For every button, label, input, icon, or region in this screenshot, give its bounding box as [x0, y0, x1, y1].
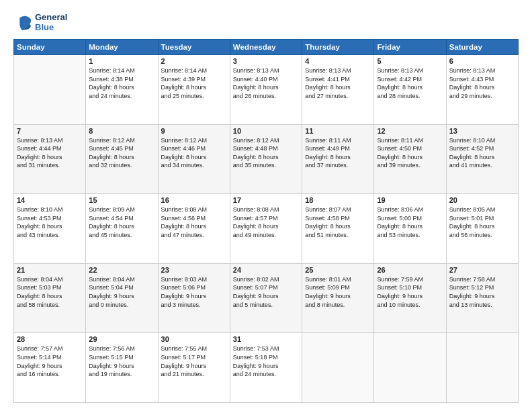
day-number: 11 [305, 127, 371, 135]
calendar-cell: 2Sunrise: 8:14 AM Sunset: 4:39 PM Daylig… [158, 55, 230, 125]
cell-info: Sunrise: 8:12 AM Sunset: 4:46 PM Dayligh… [161, 136, 227, 170]
day-number: 30 [161, 335, 227, 343]
cell-info: Sunrise: 7:58 AM Sunset: 5:12 PM Dayligh… [449, 275, 515, 309]
cell-info: Sunrise: 8:14 AM Sunset: 4:39 PM Dayligh… [161, 66, 227, 100]
day-number: 20 [449, 196, 515, 204]
logo-text: General Blue [35, 12, 67, 32]
day-number: 19 [377, 196, 443, 204]
day-number: 23 [161, 266, 227, 274]
calendar-cell: 12Sunrise: 8:11 AM Sunset: 4:50 PM Dayli… [374, 124, 446, 194]
calendar-cell: 1Sunrise: 8:14 AM Sunset: 4:38 PM Daylig… [86, 55, 158, 125]
cell-info: Sunrise: 8:02 AM Sunset: 5:07 PM Dayligh… [233, 275, 299, 309]
cell-info: Sunrise: 8:13 AM Sunset: 4:43 PM Dayligh… [449, 66, 515, 100]
weekday-header-tuesday: Tuesday [158, 40, 230, 55]
weekday-header-monday: Monday [86, 40, 158, 55]
day-number: 7 [17, 127, 83, 135]
day-number: 26 [377, 266, 443, 274]
cell-info: Sunrise: 8:10 AM Sunset: 4:53 PM Dayligh… [17, 205, 83, 239]
day-number: 18 [305, 196, 371, 204]
week-row-2: 7Sunrise: 8:13 AM Sunset: 4:44 PM Daylig… [14, 124, 519, 194]
day-number: 4 [305, 57, 371, 65]
cell-info: Sunrise: 8:04 AM Sunset: 5:04 PM Dayligh… [89, 275, 154, 309]
calendar-cell: 27Sunrise: 7:58 AM Sunset: 5:12 PM Dayli… [446, 263, 518, 333]
day-number: 24 [233, 266, 299, 274]
cell-info: Sunrise: 8:08 AM Sunset: 4:57 PM Dayligh… [233, 205, 299, 239]
day-number: 22 [89, 266, 154, 274]
day-number: 10 [233, 127, 299, 135]
day-number: 1 [89, 57, 154, 65]
logo-icon [13, 13, 32, 32]
cell-info: Sunrise: 7:55 AM Sunset: 5:17 PM Dayligh… [161, 345, 227, 378]
calendar-cell [446, 333, 518, 403]
page-header: General Blue [13, 12, 519, 32]
calendar-cell: 18Sunrise: 8:07 AM Sunset: 4:58 PM Dayli… [302, 194, 374, 264]
calendar-cell: 21Sunrise: 8:04 AM Sunset: 5:03 PM Dayli… [14, 263, 86, 333]
week-row-3: 14Sunrise: 8:10 AM Sunset: 4:53 PM Dayli… [14, 194, 519, 264]
cell-info: Sunrise: 8:03 AM Sunset: 5:06 PM Dayligh… [161, 275, 227, 309]
calendar-cell: 14Sunrise: 8:10 AM Sunset: 4:53 PM Dayli… [14, 194, 86, 264]
calendar-cell: 13Sunrise: 8:10 AM Sunset: 4:52 PM Dayli… [446, 124, 518, 194]
day-number: 28 [17, 335, 83, 343]
cell-info: Sunrise: 8:06 AM Sunset: 5:00 PM Dayligh… [377, 205, 443, 239]
day-number: 14 [17, 196, 83, 204]
day-number: 5 [377, 57, 443, 65]
cell-info: Sunrise: 8:09 AM Sunset: 4:54 PM Dayligh… [89, 205, 154, 239]
calendar-cell: 4Sunrise: 8:13 AM Sunset: 4:41 PM Daylig… [302, 55, 374, 125]
calendar-cell: 15Sunrise: 8:09 AM Sunset: 4:54 PM Dayli… [86, 194, 158, 264]
calendar-cell: 11Sunrise: 8:11 AM Sunset: 4:49 PM Dayli… [302, 124, 374, 194]
cell-info: Sunrise: 7:56 AM Sunset: 5:15 PM Dayligh… [89, 345, 154, 378]
day-number: 27 [449, 266, 515, 274]
day-number: 29 [89, 335, 154, 343]
day-number: 2 [161, 57, 227, 65]
calendar-cell [374, 333, 446, 403]
calendar-cell: 17Sunrise: 8:08 AM Sunset: 4:57 PM Dayli… [230, 194, 302, 264]
calendar-cell: 20Sunrise: 8:05 AM Sunset: 5:01 PM Dayli… [446, 194, 518, 264]
weekday-header-friday: Friday [374, 40, 446, 55]
calendar-cell: 16Sunrise: 8:08 AM Sunset: 4:56 PM Dayli… [158, 194, 230, 264]
cell-info: Sunrise: 8:08 AM Sunset: 4:56 PM Dayligh… [161, 205, 227, 239]
week-row-4: 21Sunrise: 8:04 AM Sunset: 5:03 PM Dayli… [14, 263, 519, 333]
day-number: 6 [449, 57, 515, 65]
calendar-cell: 9Sunrise: 8:12 AM Sunset: 4:46 PM Daylig… [158, 124, 230, 194]
calendar-cell: 30Sunrise: 7:55 AM Sunset: 5:17 PM Dayli… [158, 333, 230, 403]
cell-info: Sunrise: 8:13 AM Sunset: 4:41 PM Dayligh… [305, 66, 371, 100]
calendar-cell: 24Sunrise: 8:02 AM Sunset: 5:07 PM Dayli… [230, 263, 302, 333]
weekday-header-row: SundayMondayTuesdayWednesdayThursdayFrid… [14, 40, 519, 55]
cell-info: Sunrise: 8:11 AM Sunset: 4:49 PM Dayligh… [305, 136, 371, 170]
logo: General Blue [13, 12, 67, 32]
weekday-header-saturday: Saturday [446, 40, 518, 55]
calendar-cell: 26Sunrise: 7:59 AM Sunset: 5:10 PM Dayli… [374, 263, 446, 333]
calendar-cell: 31Sunrise: 7:53 AM Sunset: 5:18 PM Dayli… [230, 333, 302, 403]
day-number: 16 [161, 196, 227, 204]
day-number: 13 [449, 127, 515, 135]
cell-info: Sunrise: 8:13 AM Sunset: 4:44 PM Dayligh… [17, 136, 83, 170]
weekday-header-thursday: Thursday [302, 40, 374, 55]
cell-info: Sunrise: 8:11 AM Sunset: 4:50 PM Dayligh… [377, 136, 443, 170]
calendar-table: SundayMondayTuesdayWednesdayThursdayFrid… [13, 39, 519, 403]
calendar-cell: 10Sunrise: 8:12 AM Sunset: 4:48 PM Dayli… [230, 124, 302, 194]
week-row-1: 1Sunrise: 8:14 AM Sunset: 4:38 PM Daylig… [14, 55, 519, 125]
calendar-cell: 19Sunrise: 8:06 AM Sunset: 5:00 PM Dayli… [374, 194, 446, 264]
calendar-cell: 8Sunrise: 8:12 AM Sunset: 4:45 PM Daylig… [86, 124, 158, 194]
day-number: 9 [161, 127, 227, 135]
cell-info: Sunrise: 8:05 AM Sunset: 5:01 PM Dayligh… [449, 205, 515, 239]
weekday-header-wednesday: Wednesday [230, 40, 302, 55]
day-number: 21 [17, 266, 83, 274]
calendar-cell [14, 55, 86, 125]
cell-info: Sunrise: 7:59 AM Sunset: 5:10 PM Dayligh… [377, 275, 443, 309]
calendar-cell: 28Sunrise: 7:57 AM Sunset: 5:14 PM Dayli… [14, 333, 86, 403]
day-number: 15 [89, 196, 154, 204]
cell-info: Sunrise: 7:53 AM Sunset: 5:18 PM Dayligh… [233, 345, 299, 378]
cell-info: Sunrise: 8:14 AM Sunset: 4:38 PM Dayligh… [89, 66, 154, 100]
calendar-cell: 7Sunrise: 8:13 AM Sunset: 4:44 PM Daylig… [14, 124, 86, 194]
cell-info: Sunrise: 7:57 AM Sunset: 5:14 PM Dayligh… [17, 345, 83, 378]
day-number: 25 [305, 266, 371, 274]
calendar-cell: 5Sunrise: 8:13 AM Sunset: 4:42 PM Daylig… [374, 55, 446, 125]
day-number: 3 [233, 57, 299, 65]
cell-info: Sunrise: 8:10 AM Sunset: 4:52 PM Dayligh… [449, 136, 515, 170]
calendar-cell: 25Sunrise: 8:01 AM Sunset: 5:09 PM Dayli… [302, 263, 374, 333]
cell-info: Sunrise: 8:13 AM Sunset: 4:42 PM Dayligh… [377, 66, 443, 100]
calendar-cell: 22Sunrise: 8:04 AM Sunset: 5:04 PM Dayli… [86, 263, 158, 333]
calendar-page: General Blue SundayMondayTuesdayWednesda… [0, 0, 532, 411]
cell-info: Sunrise: 8:04 AM Sunset: 5:03 PM Dayligh… [17, 275, 83, 309]
